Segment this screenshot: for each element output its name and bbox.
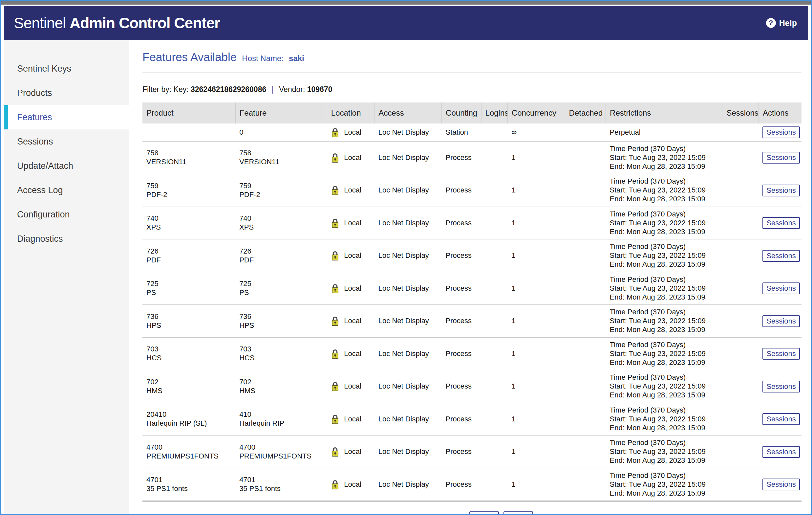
cell-detached [565,370,606,403]
table-row: 736HPS 736HPS Local Loc Net Display Proc… [142,305,802,337]
table-row: 703HCS 703HCS Local Loc Net Display Proc… [142,337,802,370]
cell-sessions [722,272,758,304]
cell-counting: Process [442,141,481,174]
sessions-button[interactable]: Sessions [762,152,800,164]
cell-concurrency: 1 [508,370,565,403]
cell-restrictions: Perpetual [606,124,722,141]
sessions-button[interactable]: Sessions [762,250,800,262]
cell-concurrency: ∞ [508,124,565,141]
filter-prefix: Filter by: Key: [142,85,189,93]
cell-actions: Sessions [758,337,802,370]
filter-vendor-value: 109670 [307,85,332,93]
cell-concurrency: 1 [508,174,565,207]
sessions-button[interactable]: Sessions [762,185,800,196]
features-table: Product Feature Location Access Counting… [142,103,802,502]
cell-access: Loc Net Display [375,337,442,370]
table-row: 702HMS 702HMS Local Loc Net Display Proc… [142,370,802,403]
cell-concurrency: 1 [508,403,565,435]
cell-logins [481,468,508,501]
cell-sessions [722,435,758,468]
cell-access: Loc Net Display [375,435,442,468]
lock-icon [331,480,339,490]
sidebar-item-update-attach[interactable]: Update/Attach [4,154,129,178]
table-row: 0 Local Loc Net Display Station ∞ Perpet… [142,124,802,141]
cell-location: Local [327,124,375,141]
cell-actions: Sessions [758,124,802,141]
cell-feature: 758VERSION11 [235,141,327,174]
cell-actions: Sessions [758,174,802,207]
brand-admin-control-center: Admin Control Center [69,15,220,31]
sidebar-item-sessions[interactable]: Sessions [4,129,129,154]
col-access: Access [375,103,442,124]
cell-concurrency: 1 [508,305,565,337]
sessions-button[interactable]: Sessions [762,413,800,425]
sessions-button[interactable]: Sessions [762,381,800,392]
cell-access: Loc Net Display [375,207,442,239]
cell-access: Loc Net Display [375,272,442,304]
sidebar-item-products[interactable]: Products [4,81,129,105]
cell-product: 702HMS [142,370,235,403]
cell-feature: 702HMS [235,370,327,403]
lock-icon [331,316,339,326]
sessions-button[interactable]: Sessions [762,127,800,138]
lock-icon [331,218,339,228]
cell-feature: 725PS [235,272,327,304]
cell-logins [481,272,508,304]
cell-access: Loc Net Display [375,124,442,141]
cell-location: Local [327,174,375,207]
cell-concurrency: 1 [508,141,565,174]
cell-restrictions: Time Period (370 Days)Start: Tue Aug 23,… [606,141,722,174]
cell-logins [481,305,508,337]
sidebar-item-sentinel-keys[interactable]: Sentinel Keys [4,56,129,81]
sidebar-item-access-log[interactable]: Access Log [4,178,129,202]
cell-feature: 410Harlequin RIP [235,403,327,435]
cell-sessions [722,207,758,239]
table-row: 726PDF 726PDF Local Loc Net Display Proc… [142,239,802,272]
pagination-separator: | [451,513,465,515]
sessions-button[interactable]: Sessions [762,348,800,360]
pagination-total: of 44 [429,513,446,515]
cell-feature: 470135 PS1 fonts [235,468,327,501]
help-link[interactable]: ? Help [766,18,797,28]
cell-product: 758VERSION11 [142,141,235,174]
table-row: 758VERSION11 758VERSION11 Local Loc Net … [142,141,802,174]
cell-counting: Process [442,337,481,370]
cell-product: 726PDF [142,239,235,272]
cell-logins [481,207,508,239]
cell-actions: Sessions [758,305,802,337]
cell-logins [481,174,508,207]
cell-feature: 0 [235,124,327,141]
sidebar-nav: Sentinel KeysProductsFeaturesSessionsUpd… [4,40,129,514]
lock-icon [331,381,339,391]
cell-location: Local [327,141,375,174]
page-title: Features Available [142,51,237,64]
help-icon: ? [766,18,776,28]
cell-sessions [722,305,758,337]
cell-product: 725PS [142,272,235,304]
cell-product: 759PDF-2 [142,174,235,207]
sessions-button[interactable]: Sessions [762,315,800,327]
cell-feature: 726PDF [235,239,327,272]
sidebar-item-configuration[interactable]: Configuration [4,202,129,227]
cell-actions: Sessions [758,141,802,174]
sidebar-item-diagnostics[interactable]: Diagnostics [4,227,129,251]
sessions-button[interactable]: Sessions [762,282,800,294]
sessions-button[interactable]: Sessions [762,479,800,490]
next-page-button[interactable]: Next › [469,511,498,515]
last-page-button[interactable]: Last » [503,511,533,515]
cell-logins [481,239,508,272]
cell-product: 4700PREMIUMPS1FONTS [142,435,235,468]
cell-concurrency: 1 [508,272,565,304]
filter-bar: Filter by: Key: 326246218629260086 | Ven… [142,85,802,94]
cell-sessions [722,370,758,403]
cell-logins [481,141,508,174]
sidebar-item-features[interactable]: Features [4,105,129,129]
brand-sentinel: Sentinel [14,15,66,31]
cell-detached [565,468,606,501]
sessions-button[interactable]: Sessions [762,446,800,458]
lock-icon [331,414,339,424]
cell-logins [481,370,508,403]
sessions-button[interactable]: Sessions [762,217,800,229]
table-row: 759PDF-2 759PDF-2 Local Loc Net Display … [142,174,802,207]
cell-access: Loc Net Display [375,174,442,207]
